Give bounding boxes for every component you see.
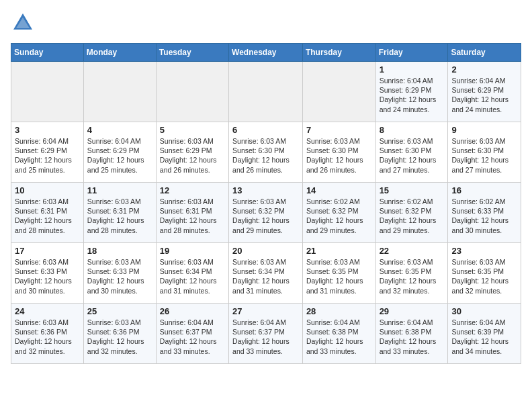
day-info: Sunrise: 6:03 AM Sunset: 6:36 PM Dayligh… xyxy=(15,318,80,356)
day-number: 1 xyxy=(380,64,445,75)
day-info: Sunrise: 6:03 AM Sunset: 6:32 PM Dayligh… xyxy=(232,197,299,235)
day-cell xyxy=(229,62,303,122)
day-info: Sunrise: 6:02 AM Sunset: 6:33 PM Dayligh… xyxy=(451,197,517,235)
day-number: 6 xyxy=(232,125,299,135)
day-info: Sunrise: 6:04 AM Sunset: 6:37 PM Dayligh… xyxy=(232,318,299,356)
day-cell: 19Sunrise: 6:03 AM Sunset: 6:34 PM Dayli… xyxy=(156,243,228,304)
day-number: 30 xyxy=(451,306,517,316)
day-cell: 16Sunrise: 6:02 AM Sunset: 6:33 PM Dayli… xyxy=(448,183,521,243)
day-info: Sunrise: 6:03 AM Sunset: 6:31 PM Dayligh… xyxy=(15,197,80,235)
day-cell: 7Sunrise: 6:03 AM Sunset: 6:30 PM Daylig… xyxy=(302,122,375,183)
logo-icon xyxy=(11,11,35,35)
day-cell: 25Sunrise: 6:03 AM Sunset: 6:36 PM Dayli… xyxy=(83,304,156,364)
day-number: 2 xyxy=(451,64,517,75)
day-info: Sunrise: 6:03 AM Sunset: 6:35 PM Dayligh… xyxy=(380,257,445,295)
week-row-1: 1Sunrise: 6:04 AM Sunset: 6:29 PM Daylig… xyxy=(11,62,521,122)
day-info: Sunrise: 6:03 AM Sunset: 6:30 PM Dayligh… xyxy=(451,136,517,175)
day-info: Sunrise: 6:03 AM Sunset: 6:34 PM Dayligh… xyxy=(232,257,299,295)
day-number: 9 xyxy=(451,125,517,135)
day-info: Sunrise: 6:04 AM Sunset: 6:29 PM Dayligh… xyxy=(380,76,445,114)
day-info: Sunrise: 6:03 AM Sunset: 6:33 PM Dayligh… xyxy=(15,257,80,295)
day-cell: 8Sunrise: 6:03 AM Sunset: 6:30 PM Daylig… xyxy=(375,122,448,183)
day-info: Sunrise: 6:03 AM Sunset: 6:31 PM Dayligh… xyxy=(160,197,225,235)
weekday-header-thursday: Thursday xyxy=(302,44,375,62)
day-cell: 1Sunrise: 6:04 AM Sunset: 6:29 PM Daylig… xyxy=(375,62,448,122)
day-cell xyxy=(302,62,375,122)
weekday-header-sunday: Sunday xyxy=(11,44,84,62)
day-info: Sunrise: 6:03 AM Sunset: 6:30 PM Dayligh… xyxy=(380,136,445,175)
day-info: Sunrise: 6:02 AM Sunset: 6:32 PM Dayligh… xyxy=(380,197,445,235)
day-info: Sunrise: 6:02 AM Sunset: 6:32 PM Dayligh… xyxy=(306,197,372,235)
day-cell: 13Sunrise: 6:03 AM Sunset: 6:32 PM Dayli… xyxy=(229,183,303,243)
day-number: 10 xyxy=(15,185,80,195)
week-row-5: 24Sunrise: 6:03 AM Sunset: 6:36 PM Dayli… xyxy=(11,304,521,364)
day-number: 22 xyxy=(380,246,445,256)
day-number: 16 xyxy=(451,185,517,195)
day-number: 11 xyxy=(87,185,152,195)
day-cell: 11Sunrise: 6:03 AM Sunset: 6:31 PM Dayli… xyxy=(83,183,156,243)
day-number: 13 xyxy=(232,185,299,195)
weekday-header-monday: Monday xyxy=(83,44,156,62)
day-cell xyxy=(156,62,228,122)
day-cell: 6Sunrise: 6:03 AM Sunset: 6:30 PM Daylig… xyxy=(229,122,303,183)
day-info: Sunrise: 6:04 AM Sunset: 6:29 PM Dayligh… xyxy=(451,76,517,114)
day-number: 19 xyxy=(160,246,225,256)
day-cell: 22Sunrise: 6:03 AM Sunset: 6:35 PM Dayli… xyxy=(375,243,448,304)
weekday-header-wednesday: Wednesday xyxy=(229,44,303,62)
day-info: Sunrise: 6:03 AM Sunset: 6:33 PM Dayligh… xyxy=(87,257,152,295)
day-info: Sunrise: 6:03 AM Sunset: 6:29 PM Dayligh… xyxy=(160,136,225,175)
weekday-header-tuesday: Tuesday xyxy=(156,44,228,62)
day-number: 24 xyxy=(15,306,80,316)
day-cell: 4Sunrise: 6:04 AM Sunset: 6:29 PM Daylig… xyxy=(83,122,156,183)
day-number: 12 xyxy=(160,185,225,195)
day-cell: 30Sunrise: 6:04 AM Sunset: 6:39 PM Dayli… xyxy=(448,304,521,364)
day-number: 17 xyxy=(15,246,80,256)
day-number: 4 xyxy=(87,125,152,135)
day-cell: 15Sunrise: 6:02 AM Sunset: 6:32 PM Dayli… xyxy=(375,183,448,243)
day-number: 8 xyxy=(380,125,445,135)
day-cell xyxy=(11,62,84,122)
day-number: 3 xyxy=(15,125,80,135)
calendar-body: 1Sunrise: 6:04 AM Sunset: 6:29 PM Daylig… xyxy=(11,62,521,364)
calendar-header: SundayMondayTuesdayWednesdayThursdayFrid… xyxy=(11,44,521,62)
day-cell: 20Sunrise: 6:03 AM Sunset: 6:34 PM Dayli… xyxy=(229,243,303,304)
day-cell: 24Sunrise: 6:03 AM Sunset: 6:36 PM Dayli… xyxy=(11,304,84,364)
page-header xyxy=(11,11,521,35)
day-number: 14 xyxy=(306,185,372,195)
day-cell: 9Sunrise: 6:03 AM Sunset: 6:30 PM Daylig… xyxy=(448,122,521,183)
day-info: Sunrise: 6:03 AM Sunset: 6:35 PM Dayligh… xyxy=(451,257,517,295)
day-number: 7 xyxy=(306,125,372,135)
day-info: Sunrise: 6:03 AM Sunset: 6:30 PM Dayligh… xyxy=(232,136,299,175)
day-info: Sunrise: 6:04 AM Sunset: 6:37 PM Dayligh… xyxy=(160,318,225,356)
day-number: 18 xyxy=(87,246,152,256)
day-cell: 28Sunrise: 6:04 AM Sunset: 6:38 PM Dayli… xyxy=(302,304,375,364)
week-row-4: 17Sunrise: 6:03 AM Sunset: 6:33 PM Dayli… xyxy=(11,243,521,304)
logo xyxy=(11,11,39,35)
weekday-header-saturday: Saturday xyxy=(448,44,521,62)
day-number: 5 xyxy=(160,125,225,135)
day-number: 27 xyxy=(232,306,299,316)
day-cell: 27Sunrise: 6:04 AM Sunset: 6:37 PM Dayli… xyxy=(229,304,303,364)
day-number: 25 xyxy=(87,306,152,316)
weekday-row: SundayMondayTuesdayWednesdayThursdayFrid… xyxy=(11,44,521,62)
day-info: Sunrise: 6:03 AM Sunset: 6:35 PM Dayligh… xyxy=(306,257,372,295)
day-info: Sunrise: 6:04 AM Sunset: 6:29 PM Dayligh… xyxy=(87,136,152,175)
day-cell: 10Sunrise: 6:03 AM Sunset: 6:31 PM Dayli… xyxy=(11,183,84,243)
day-cell: 5Sunrise: 6:03 AM Sunset: 6:29 PM Daylig… xyxy=(156,122,228,183)
week-row-2: 3Sunrise: 6:04 AM Sunset: 6:29 PM Daylig… xyxy=(11,122,521,183)
day-cell: 29Sunrise: 6:04 AM Sunset: 6:38 PM Dayli… xyxy=(375,304,448,364)
weekday-header-friday: Friday xyxy=(375,44,448,62)
day-cell: 3Sunrise: 6:04 AM Sunset: 6:29 PM Daylig… xyxy=(11,122,84,183)
day-number: 20 xyxy=(232,246,299,256)
calendar-table: SundayMondayTuesdayWednesdayThursdayFrid… xyxy=(11,43,521,364)
day-info: Sunrise: 6:04 AM Sunset: 6:38 PM Dayligh… xyxy=(380,318,445,356)
day-info: Sunrise: 6:03 AM Sunset: 6:31 PM Dayligh… xyxy=(87,197,152,235)
day-number: 15 xyxy=(380,185,445,195)
day-number: 28 xyxy=(306,306,372,316)
day-cell: 23Sunrise: 6:03 AM Sunset: 6:35 PM Dayli… xyxy=(448,243,521,304)
day-cell: 26Sunrise: 6:04 AM Sunset: 6:37 PM Dayli… xyxy=(156,304,228,364)
day-cell: 17Sunrise: 6:03 AM Sunset: 6:33 PM Dayli… xyxy=(11,243,84,304)
day-info: Sunrise: 6:03 AM Sunset: 6:30 PM Dayligh… xyxy=(306,136,372,175)
day-info: Sunrise: 6:03 AM Sunset: 6:36 PM Dayligh… xyxy=(87,318,152,356)
day-number: 23 xyxy=(451,246,517,256)
